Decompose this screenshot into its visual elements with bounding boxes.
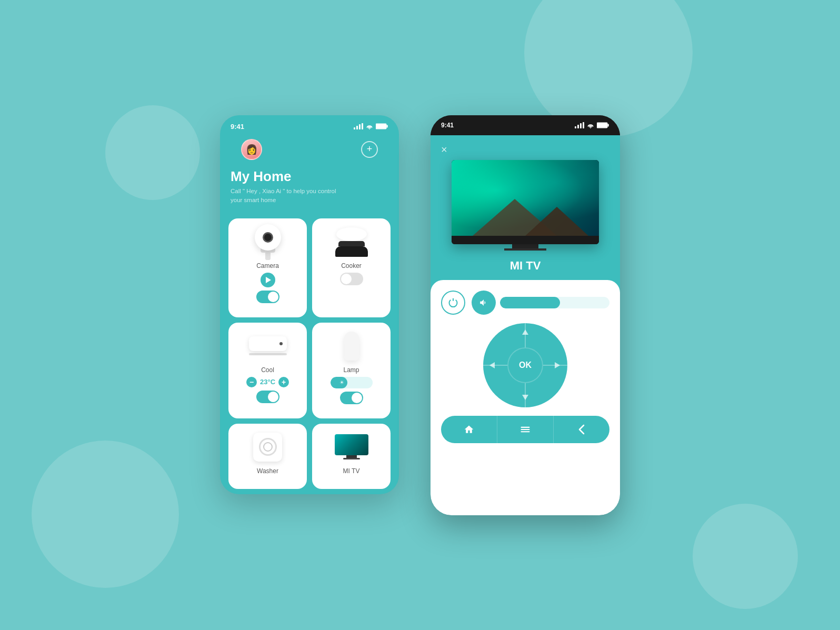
dpad-circle: OK (483, 323, 567, 407)
ac-dot (279, 342, 283, 345)
tv-mini-body (335, 434, 368, 455)
status-icons-2 (575, 122, 609, 128)
tv-stand (512, 244, 538, 248)
wifi-icon-2 (586, 122, 595, 128)
nav-back-button[interactable] (554, 416, 609, 443)
svg-rect-2 (597, 123, 607, 128)
svg-rect-3 (607, 124, 608, 126)
page-title: My Home (220, 164, 399, 187)
camera-label: Camera (256, 262, 279, 269)
ok-label: OK (519, 361, 532, 370)
ac-body (249, 336, 287, 351)
bg-blob-3 (693, 504, 798, 609)
dpad-right-button[interactable] (555, 362, 561, 368)
signal-icon (354, 123, 363, 129)
temp-decrease-button[interactable]: − (246, 377, 257, 387)
mi-tv-title: MI TV (510, 259, 541, 273)
camera-icon-area (255, 225, 281, 259)
phones-container: 9:41 (220, 115, 620, 515)
battery-icon (376, 123, 388, 129)
arrow-right-icon (555, 362, 560, 368)
status-icons-1 (354, 123, 388, 129)
cooker-top (338, 241, 365, 246)
phone1-header: 9:41 (220, 115, 399, 164)
arrow-down-icon (522, 395, 528, 400)
arrow-up-icon (522, 329, 528, 335)
bg-blob-4 (105, 105, 200, 200)
washer-label: Washer (257, 467, 278, 475)
brightness-slider[interactable]: ☀ (331, 377, 373, 388)
dpad-down-button[interactable] (522, 395, 528, 401)
remote-top-row (441, 291, 609, 315)
device-grid: Camera Cooker (220, 213, 399, 494)
volume-fill (500, 297, 560, 308)
volume-slider[interactable] (500, 297, 609, 308)
arrow-left-icon (489, 362, 495, 368)
bg-blob-2 (32, 441, 179, 588)
wifi-icon (365, 123, 374, 129)
add-button[interactable]: + (361, 141, 378, 158)
tv-mini-base (343, 458, 360, 459)
tv-bezel (452, 236, 599, 244)
dpad-container: OK (441, 323, 609, 407)
temp-increase-button[interactable]: + (278, 377, 289, 387)
washer-body (253, 433, 282, 462)
phone2-statusbar: 9:41 (431, 115, 620, 135)
phone2-mi-tv: 9:41 × (431, 115, 620, 515)
washer-icon-area (253, 430, 282, 464)
nav-home-button[interactable] (441, 416, 497, 443)
brightness-fill: ☀ (331, 377, 347, 388)
ok-button[interactable]: OK (507, 347, 543, 383)
temp-control: − 23°C + (246, 377, 289, 387)
status-time-2: 9:41 (441, 122, 454, 129)
device-card-tv[interactable]: MI TV (312, 424, 391, 489)
remote-bottom-nav (441, 416, 609, 443)
page-subtitle: Call " Hey , Xiao Ai " to help you contr… (220, 187, 357, 214)
signal-icon-2 (575, 122, 584, 128)
camera-toggle[interactable] (256, 291, 279, 303)
washer-drum (259, 438, 277, 456)
ac-vent (249, 353, 287, 355)
tv-mini-screen (335, 434, 368, 455)
nav-menu-button[interactable] (497, 416, 554, 443)
camera-stand (265, 253, 271, 260)
power-button[interactable] (441, 291, 465, 315)
device-card-lamp[interactable]: Lamp ☀ (312, 323, 391, 418)
phone1-my-home: 9:41 (220, 115, 399, 494)
device-card-washer[interactable]: Washer (228, 424, 307, 489)
device-card-camera[interactable]: Camera (228, 218, 307, 317)
avatar-image: 👩 (242, 140, 261, 159)
phone2-teal-area: × MI TV (431, 135, 620, 515)
device-card-ac[interactable]: Cool − 23°C + (228, 323, 307, 418)
cooker-label: Cooker (341, 262, 362, 269)
avatar[interactable]: 👩 (241, 139, 262, 160)
svg-rect-1 (386, 125, 387, 128)
camera-lens (263, 232, 273, 243)
lamp-label: Lamp (343, 366, 359, 374)
tv-label: MI TV (343, 467, 360, 475)
status-bar-1: 9:41 (231, 123, 388, 131)
volume-button[interactable] (472, 291, 496, 315)
ac-label: Cool (261, 366, 274, 374)
phone1-top-row: 👩 + (231, 137, 388, 164)
lamp-icon-area (344, 329, 359, 363)
temp-value: 23°C (260, 378, 275, 386)
cooker-icon-area (335, 225, 368, 259)
remote-control-card: OK (431, 280, 620, 515)
cooker-body (335, 246, 368, 257)
dpad-up-button[interactable] (522, 329, 528, 336)
battery-icon-2 (597, 122, 609, 128)
lamp-toggle[interactable] (340, 392, 363, 404)
device-card-cooker[interactable]: Cooker (312, 218, 391, 317)
tv-base (504, 248, 546, 251)
dpad: OK (483, 323, 567, 407)
camera-play-button[interactable] (261, 273, 275, 287)
cooker-toggle[interactable] (340, 273, 363, 285)
dpad-left-button[interactable] (489, 362, 496, 368)
tv-icon-area (335, 430, 368, 464)
washer-inner (263, 442, 273, 452)
camera-body (255, 224, 281, 251)
ac-toggle[interactable] (256, 391, 279, 403)
close-button[interactable]: × (431, 135, 458, 160)
svg-rect-0 (376, 124, 386, 129)
